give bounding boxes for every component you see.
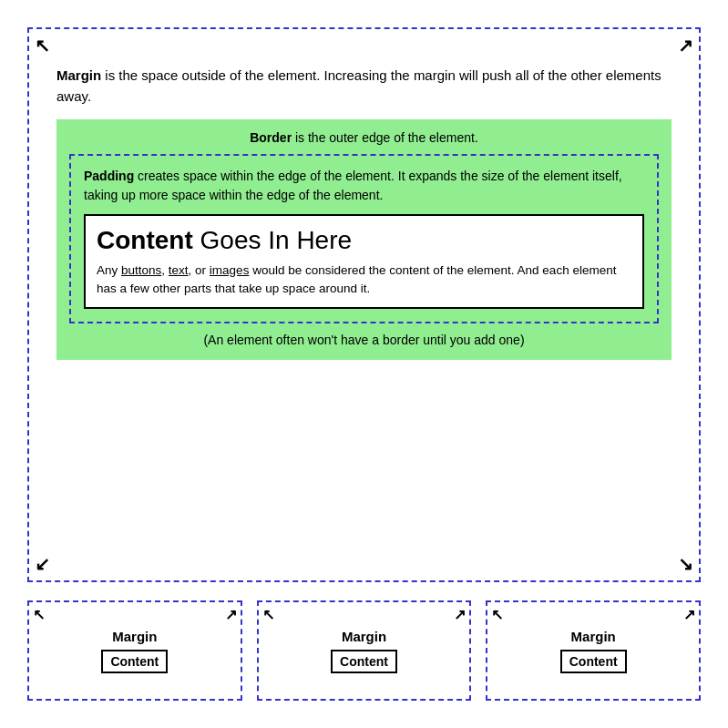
content-heading: Content Goes In Here: [97, 225, 631, 256]
border-box: Border is the outer edge of the element.…: [56, 119, 672, 360]
content-heading-normal: Goes In Here: [193, 226, 352, 254]
corner-arrow-tl: ↖: [35, 35, 50, 56]
padding-desc-text: creates space within the edge of the ele…: [84, 169, 622, 202]
margin-description: Margin is the space outside of the eleme…: [56, 66, 672, 107]
small-margin-label-1: Margin: [112, 629, 157, 644]
small-content-box-1: Content: [101, 650, 168, 673]
margin-desc-text: is the space outside of the element. Inc…: [56, 67, 661, 104]
padding-box: Padding creates space within the edge of…: [69, 154, 659, 323]
corner-arrow-br: ↘: [678, 553, 693, 575]
content-heading-bold: Content: [97, 226, 193, 254]
content-desc-text: text: [169, 263, 189, 277]
small-corner-tl-3: ↖: [491, 606, 503, 623]
border-bold-label: Border: [250, 130, 292, 145]
small-boxes-row: ↖ ↗ Margin Content ↖ ↗ Margin Content ↖ …: [27, 600, 701, 701]
content-desc: Any buttons, text, or images would be co…: [97, 261, 631, 299]
content-desc-part2: ,: [161, 263, 169, 277]
small-margin-box-3: ↖ ↗ Margin Content: [486, 600, 701, 701]
small-corner-tl-1: ↖: [33, 606, 45, 623]
main-content-area: Margin is the space outside of the eleme…: [56, 66, 672, 360]
border-label: Border is the outer edge of the element.: [69, 130, 659, 145]
content-desc-part1: Any: [97, 263, 121, 277]
corner-arrow-bl: ↙: [35, 553, 50, 575]
content-desc-images: images: [210, 263, 250, 277]
small-corner-tl-2: ↖: [262, 606, 274, 623]
small-content-box-3: Content: [560, 650, 627, 673]
big-margin-box: ↖ ↗ ↙ ↘ Margin is the space outside of t…: [27, 27, 701, 582]
content-box: Content Goes In Here Any buttons, text, …: [84, 214, 644, 309]
small-margin-label-2: Margin: [342, 629, 386, 644]
content-desc-buttons: buttons: [121, 263, 161, 277]
margin-label: Margin: [56, 67, 101, 83]
small-corner-tr-2: ↗: [454, 606, 466, 623]
small-content-box-2: Content: [331, 650, 397, 673]
corner-arrow-tr: ↗: [678, 35, 693, 56]
small-margin-box-1: ↖ ↗ Margin Content: [27, 600, 242, 701]
small-margin-box-2: ↖ ↗ Margin Content: [257, 600, 472, 701]
border-footnote: (An element often won't have a border un…: [69, 333, 659, 347]
content-desc-part3: , or: [189, 263, 210, 277]
padding-bold-label: Padding: [84, 169, 134, 183]
small-corner-tr-3: ↗: [683, 606, 695, 623]
border-label-text: is the outer edge of the element.: [292, 130, 478, 145]
padding-description: Padding creates space within the edge of…: [84, 167, 644, 205]
small-corner-tr-1: ↗: [225, 606, 237, 623]
small-margin-label-3: Margin: [571, 629, 616, 644]
page-container: ↖ ↗ ↙ ↘ Margin is the space outside of t…: [0, 0, 728, 728]
